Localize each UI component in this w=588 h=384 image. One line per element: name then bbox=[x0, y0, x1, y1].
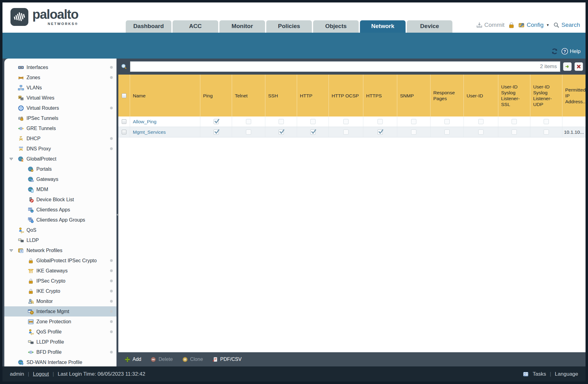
item-dot bbox=[110, 320, 113, 323]
sidebar-item-ike-crypto[interactable]: IKE Crypto bbox=[4, 286, 116, 296]
sidebar-item-bfd-profile[interactable]: BFD Profile bbox=[4, 347, 116, 357]
sidebar-item-device-block-list[interactable]: Device Block List bbox=[4, 194, 116, 205]
sidebar-item-monitor[interactable]: Monitor bbox=[4, 296, 116, 306]
item-dot bbox=[110, 351, 113, 353]
sidebar-item-label: Interface Mgmt bbox=[36, 309, 69, 314]
sidebar-item-globalprotect[interactable]: GlobalProtect bbox=[4, 154, 116, 164]
action-button-label: Add bbox=[133, 357, 141, 362]
sidebar-item-ike-gateways[interactable]: IKE Gateways bbox=[4, 266, 116, 276]
sidebar-item-gre-tunnels[interactable]: GRE Tunnels bbox=[4, 123, 116, 133]
column-header-label: Permitted IP Address... bbox=[565, 87, 586, 104]
sidebar-item-zone-protection[interactable]: Zone Protection bbox=[4, 317, 116, 327]
tab-acc[interactable]: ACC bbox=[173, 20, 218, 33]
global-search-button[interactable]: Search bbox=[553, 22, 580, 28]
tab-monitor[interactable]: Monitor bbox=[219, 20, 265, 33]
row-select-checkbox[interactable] bbox=[122, 130, 126, 134]
primary-tabs: DashboardACCMonitorPoliciesObjectsNetwor… bbox=[126, 20, 452, 33]
sidebar-item-label: GlobalProtect IPSec Crypto bbox=[36, 258, 97, 263]
column-header-ssh[interactable]: SSH bbox=[265, 75, 297, 116]
sidebar-item-virtual-wires[interactable]: Virtual Wires bbox=[4, 93, 116, 103]
sidebar-item-clientless-apps[interactable]: Clientless Apps bbox=[4, 205, 116, 215]
sidebar-item-sd-wan-interface-profile[interactable]: SD-WAN Interface Profile bbox=[4, 357, 116, 366]
service-cell-telnet bbox=[232, 116, 265, 127]
sidebar-item-mdm[interactable]: MDM bbox=[4, 184, 116, 194]
column-header-snmp[interactable]: SNMP bbox=[397, 75, 431, 116]
clear-filter-button[interactable] bbox=[574, 62, 583, 71]
column-header-label: Telnet bbox=[235, 93, 247, 99]
lock-button[interactable] bbox=[508, 22, 515, 28]
config-button[interactable]: Config ▼ bbox=[518, 22, 549, 28]
row-name-link[interactable]: Allow_Ping bbox=[133, 119, 157, 125]
clientless-apps-icon bbox=[28, 207, 34, 213]
expand-arrow-icon[interactable] bbox=[9, 157, 14, 161]
sidebar-item-interfaces[interactable]: Interfaces bbox=[4, 62, 116, 72]
tab-network[interactable]: Network bbox=[360, 20, 406, 33]
help-button[interactable]: ? Help bbox=[561, 48, 581, 55]
column-header-ping[interactable]: Ping bbox=[200, 75, 232, 116]
clone-button[interactable]: Clone bbox=[178, 352, 207, 366]
column-header-user-id[interactable]: User-ID bbox=[464, 75, 498, 116]
sidebar-item-dhcp[interactable]: IPDHCP bbox=[4, 133, 116, 144]
sidebar-item-qos-profile[interactable]: QoSQoS Profile bbox=[4, 327, 116, 337]
column-header-http[interactable]: HTTP bbox=[297, 75, 329, 116]
sidebar-collapse-handle[interactable]: ◄ bbox=[115, 213, 119, 216]
brand-subname: NETWORKS® bbox=[32, 22, 78, 26]
sidebar-item-ipsec-crypto[interactable]: IPSec Crypto bbox=[4, 276, 116, 286]
apply-filter-button[interactable] bbox=[563, 62, 572, 71]
row-name-link[interactable]: Mgmt_Services bbox=[133, 129, 166, 135]
column-header-name[interactable]: Name bbox=[130, 75, 200, 116]
refresh-icon[interactable] bbox=[551, 48, 558, 55]
item-dot bbox=[110, 269, 113, 272]
empty-checkbox bbox=[378, 119, 383, 124]
empty-checkbox bbox=[343, 129, 349, 135]
sidebar-item-zones[interactable]: Zones bbox=[4, 72, 116, 83]
logout-link[interactable]: Logout bbox=[33, 371, 49, 377]
commit-button[interactable]: Commit bbox=[476, 22, 504, 28]
empty-checkbox bbox=[478, 129, 484, 135]
sidebar-item-label: Gateways bbox=[36, 177, 58, 182]
column-header-user-id-syslog-listener-ssl[interactable]: User-ID Syslog Listener-SSL bbox=[498, 75, 530, 116]
item-dot bbox=[110, 107, 113, 109]
svg-text:QoS: QoS bbox=[31, 333, 34, 335]
sidebar-item-lldp-profile[interactable]: LLDP Profile bbox=[4, 337, 116, 347]
column-header-telnet[interactable]: Telnet bbox=[232, 75, 265, 116]
sidebar-item-gateways[interactable]: Gateways bbox=[4, 174, 116, 184]
delete-button[interactable]: Delete bbox=[147, 352, 176, 366]
sidebar-item-ipsec-tunnels[interactable]: IPSec Tunnels bbox=[4, 113, 116, 123]
sidebar-item-clientless-app-groups[interactable]: Clientless App Groups bbox=[4, 215, 116, 225]
virtual-routers-icon bbox=[18, 105, 24, 111]
column-header-response-pages[interactable]: Response Pages bbox=[431, 75, 464, 116]
sidebar-item-interface-mgmt[interactable]: Interface Mgmt bbox=[4, 306, 116, 317]
sidebar-item-dns-proxy[interactable]: DNSDNS Proxy bbox=[4, 144, 116, 154]
row-select-checkbox[interactable] bbox=[122, 119, 126, 124]
service-cell-response-pages bbox=[431, 116, 464, 127]
add-button[interactable]: Add bbox=[121, 352, 145, 366]
service-cell-https bbox=[363, 116, 397, 127]
column-header-permitted-ip-address[interactable]: Permitted IP Address... bbox=[562, 75, 586, 116]
column-header-https[interactable]: HTTPS bbox=[363, 75, 397, 116]
monitor-icon bbox=[28, 298, 34, 304]
sidebar-item-portals[interactable]: Portals bbox=[4, 164, 116, 174]
tab-device[interactable]: Device bbox=[407, 20, 452, 33]
sidebar-item-network-profiles[interactable]: Network Profiles bbox=[4, 245, 116, 255]
expand-arrow-icon[interactable] bbox=[9, 248, 14, 253]
column-header-http-ocsp[interactable]: HTTP OCSP bbox=[329, 75, 363, 116]
sidebar-item-globalprotect-ipsec-crypto[interactable]: GlobalProtect IPSec Crypto bbox=[4, 255, 116, 266]
table-row[interactable]: Mgmt_Services10.1.10... bbox=[118, 127, 586, 137]
sidebar-item-qos[interactable]: QoSQoS bbox=[4, 225, 116, 235]
row-select-cell bbox=[118, 127, 130, 137]
pdf-csv-button[interactable]: PDF/CSV bbox=[209, 352, 245, 366]
vlans-icon bbox=[18, 85, 24, 91]
language-button[interactable]: Language bbox=[555, 371, 578, 377]
tab-dashboard[interactable]: Dashboard bbox=[126, 20, 171, 33]
table-row[interactable]: Allow_Ping bbox=[118, 116, 586, 127]
select-all-checkbox[interactable] bbox=[122, 93, 126, 98]
tab-policies[interactable]: Policies bbox=[266, 20, 312, 33]
tab-objects[interactable]: Objects bbox=[313, 20, 359, 33]
filter-input[interactable] bbox=[130, 62, 560, 71]
sidebar-item-vlans[interactable]: VLANs bbox=[4, 83, 116, 93]
column-header-user-id-syslog-listener-udp[interactable]: User-ID Syslog Listener-UDP bbox=[530, 75, 562, 116]
tasks-button[interactable]: Tasks bbox=[533, 371, 546, 377]
sidebar-item-lldp[interactable]: LLDP bbox=[4, 235, 116, 245]
sidebar-item-virtual-routers[interactable]: Virtual Routers bbox=[4, 103, 116, 113]
